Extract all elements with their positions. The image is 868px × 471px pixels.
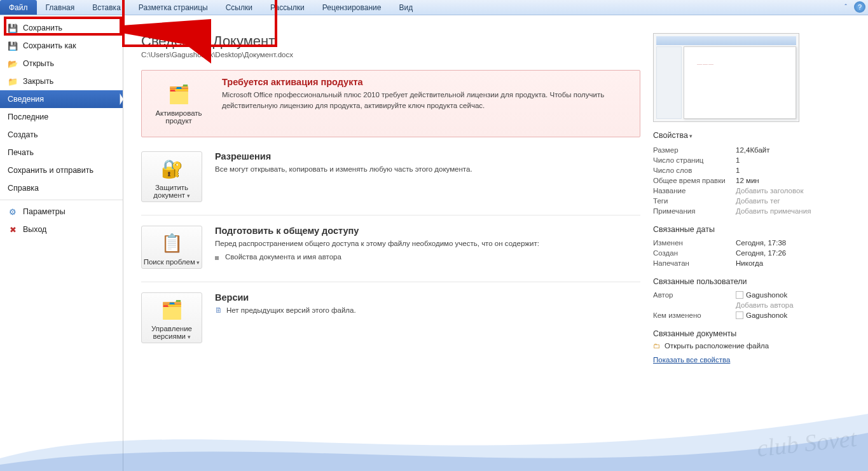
sidebar-separator [0, 200, 123, 200]
activation-title: Требуется активация продукта [222, 77, 630, 87]
open-icon: 📂 [8, 58, 18, 69]
related-people-header: Связанные пользователи [653, 277, 850, 286]
save-icon: 💾 [8, 23, 18, 33]
sidebar-item-info[interactable]: Сведения [0, 90, 123, 108]
author-row: Автор Gagushonok [653, 290, 850, 300]
share-title: Подготовить к общему доступу [215, 226, 640, 236]
ribbon-tab-insert[interactable]: Вставка [83, 0, 130, 15]
help-icon[interactable]: ? [854, 1, 865, 13]
ribbon-tab-mailings[interactable]: Рассылки [261, 0, 313, 15]
properties-dropdown[interactable]: Свойства [653, 131, 850, 140]
sidebar-item-label: Сведения [8, 95, 44, 104]
sidebar-item-label: Открыть [23, 59, 54, 68]
sidebar-item-label: Последние [8, 113, 48, 121]
button-label: Поиск проблем [143, 258, 200, 266]
lock-key-icon: 🔐 [159, 156, 184, 181]
sidebar-item-save[interactable]: 💾Сохранить [0, 19, 123, 37]
exit-icon: ✖ [8, 224, 18, 235]
sidebar-item-help[interactable]: Справка [0, 179, 123, 197]
sidebar-item-recent[interactable]: Последние [0, 108, 123, 126]
ribbon-tab-references[interactable]: Ссылки [217, 0, 261, 15]
property-row[interactable]: ТегиДобавить тег [653, 196, 850, 206]
property-row: Общее время правки12 мин [653, 175, 850, 186]
show-all-properties-link[interactable]: Показать все свойства [653, 356, 730, 364]
date-row: НапечатанНикогда [653, 258, 850, 268]
share-bullet: Свойства документа и имя автора [215, 253, 640, 261]
sidebar-item-print[interactable]: Печать [0, 144, 123, 161]
sidebar-item-close[interactable]: 📁Закрыть [0, 72, 123, 90]
ribbon-tab-home[interactable]: Главная [37, 0, 84, 15]
property-row: Число слов1 [653, 165, 850, 175]
button-label: Активировать продукт [150, 109, 207, 125]
sidebar-item-open[interactable]: 📂Открыть [0, 55, 123, 72]
related-docs-header: Связанные документы [653, 329, 850, 338]
activate-icon: 🗂️ [166, 81, 191, 107]
sidebar-item-saveandsend[interactable]: Сохранить и отправить [0, 161, 123, 179]
prepare-share-section: 📋 Поиск проблем Подготовить к общему дос… [141, 215, 640, 282]
sidebar-item-label: Параметры [23, 207, 65, 216]
folder-icon: 🗀 [653, 342, 661, 350]
page-title: Сведения: Документ [141, 33, 640, 50]
property-row: Число страниц1 [653, 155, 850, 165]
activate-product-button[interactable]: 🗂️ Активировать продукт [148, 77, 209, 128]
permissions-section: 🔐 Защитить документ Разрешения Все могут… [141, 141, 640, 215]
protect-document-button[interactable]: 🔐 Защитить документ [141, 151, 202, 202]
ribbon: Файл Главная Вставка Разметка страницы С… [0, 0, 868, 15]
document-thumbnail[interactable] [653, 33, 799, 122]
permissions-text: Все могут открывать, копировать и изменя… [215, 164, 640, 175]
minimize-ribbon-icon[interactable]: ˆ [840, 1, 851, 13]
sidebar-item-label: Создать [8, 130, 38, 139]
ribbon-tab-pagelayout[interactable]: Разметка страницы [130, 0, 217, 15]
date-row: СозданСегодня, 17:26 [653, 248, 850, 258]
versions-icon: 🗂️ [159, 297, 184, 322]
saveas-icon: 💾 [8, 41, 18, 51]
sidebar-item-label: Справка [8, 184, 39, 193]
options-icon: ⚙ [8, 207, 18, 217]
versions-text: 🗎Нет предыдущих версий этого файла. [215, 305, 640, 316]
versions-title: Версии [215, 292, 640, 303]
info-panel: Сведения: Документ C:\Users\Gagushonok\D… [123, 15, 868, 471]
check-issues-button[interactable]: 📋 Поиск проблем [141, 226, 202, 269]
person-icon [736, 291, 743, 299]
permissions-title: Разрешения [215, 151, 640, 161]
sidebar-item-label: Сохранить [23, 24, 62, 32]
versions-section: 🗂️ Управление версиями Версии 🗎Нет преды… [141, 282, 640, 356]
document-path: C:\Users\Gagushonok\Desktop\Документ.doc… [141, 51, 640, 58]
related-dates-header: Связанные даты [653, 225, 850, 234]
ribbon-tab-view[interactable]: Вид [390, 0, 422, 15]
share-text: Перед распространением общего доступа к … [215, 238, 640, 249]
manage-versions-button[interactable]: 🗂️ Управление версиями [141, 292, 202, 343]
property-row: Размер12,4Кбайт [653, 145, 850, 155]
sidebar-item-exit[interactable]: ✖Выход [0, 221, 123, 238]
sidebar-item-label: Выход [23, 225, 46, 234]
changed-by-row: Кем изменено Gagushonok [653, 310, 850, 320]
button-label: Защитить документ [143, 184, 200, 199]
open-file-location-link[interactable]: 🗀Открыть расположение файла [653, 342, 850, 350]
sidebar-item-label: Закрыть [23, 77, 53, 86]
sidebar-item-label: Сохранить как [23, 41, 76, 50]
sidebar-item-saveas[interactable]: 💾Сохранить как [0, 37, 123, 55]
bullet-icon [215, 256, 219, 260]
inspect-icon: 📋 [159, 230, 184, 256]
property-row[interactable]: ПримечанияДобавить примечания [653, 206, 850, 216]
activation-section: 🗂️ Активировать продукт Требуется актива… [141, 70, 640, 137]
ribbon-tab-review[interactable]: Рецензирование [313, 0, 390, 15]
person-icon [736, 311, 743, 319]
backstage-sidebar: 💾Сохранить 💾Сохранить как 📂Открыть 📁Закр… [0, 15, 123, 471]
document-icon: 🗎 [215, 306, 223, 314]
activation-text: Microsoft Office профессиональный плюс 2… [222, 90, 630, 111]
sidebar-item-options[interactable]: ⚙Параметры [0, 203, 123, 221]
property-row[interactable]: НазваниеДобавить заголовок [653, 186, 850, 196]
sidebar-item-new[interactable]: Создать [0, 126, 123, 144]
date-row: ИзмененСегодня, 17:38 [653, 238, 850, 248]
backstage-view: 💾Сохранить 💾Сохранить как 📂Открыть 📁Закр… [0, 15, 868, 471]
button-label: Управление версиями [143, 325, 200, 340]
add-author-row[interactable]: Добавить автора [653, 300, 850, 310]
sidebar-item-label: Сохранить и отправить [8, 166, 93, 175]
sidebar-item-label: Печать [8, 148, 34, 157]
properties-panel: Свойства Размер12,4КбайтЧисло страниц1Чи… [653, 33, 850, 471]
ribbon-tab-file[interactable]: Файл [0, 0, 37, 15]
close-icon: 📁 [8, 76, 18, 86]
